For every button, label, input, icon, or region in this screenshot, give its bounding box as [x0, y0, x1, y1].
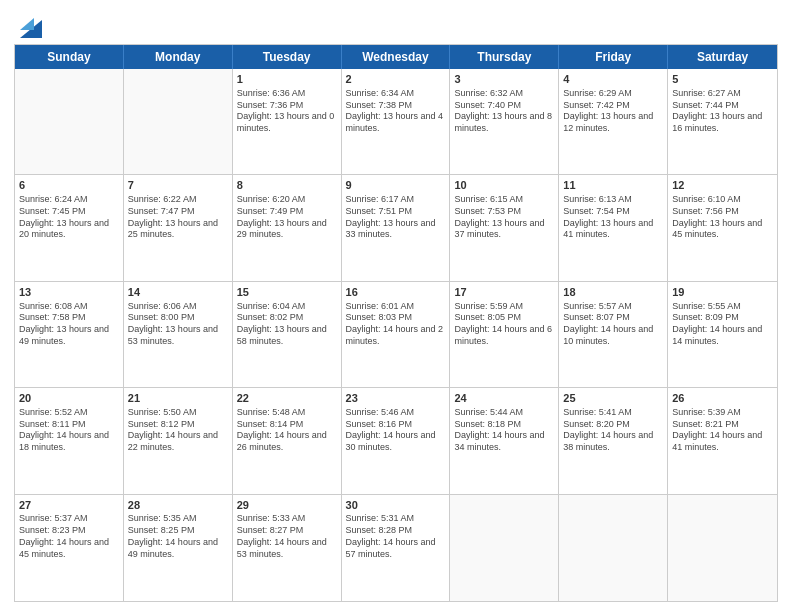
cell-info: Sunrise: 5:31 AM Sunset: 8:28 PM Dayligh… — [346, 513, 446, 560]
cell-info: Sunrise: 5:33 AM Sunset: 8:27 PM Dayligh… — [237, 513, 337, 560]
week-row-2: 6Sunrise: 6:24 AM Sunset: 7:45 PM Daylig… — [15, 175, 777, 281]
cell-info: Sunrise: 5:55 AM Sunset: 8:09 PM Dayligh… — [672, 301, 773, 348]
cal-cell — [124, 69, 233, 174]
cell-info: Sunrise: 6:17 AM Sunset: 7:51 PM Dayligh… — [346, 194, 446, 241]
day-number: 13 — [19, 285, 119, 300]
cell-info: Sunrise: 6:10 AM Sunset: 7:56 PM Dayligh… — [672, 194, 773, 241]
cell-info: Sunrise: 6:20 AM Sunset: 7:49 PM Dayligh… — [237, 194, 337, 241]
day-number: 20 — [19, 391, 119, 406]
day-number: 28 — [128, 498, 228, 513]
header-day-wednesday: Wednesday — [342, 45, 451, 69]
cell-info: Sunrise: 6:22 AM Sunset: 7:47 PM Dayligh… — [128, 194, 228, 241]
day-number: 26 — [672, 391, 773, 406]
cell-info: Sunrise: 6:15 AM Sunset: 7:53 PM Dayligh… — [454, 194, 554, 241]
day-number: 18 — [563, 285, 663, 300]
day-number: 8 — [237, 178, 337, 193]
cell-info: Sunrise: 5:59 AM Sunset: 8:05 PM Dayligh… — [454, 301, 554, 348]
week-row-5: 27Sunrise: 5:37 AM Sunset: 8:23 PM Dayli… — [15, 495, 777, 601]
day-number: 12 — [672, 178, 773, 193]
cal-cell — [668, 495, 777, 601]
cal-cell: 7Sunrise: 6:22 AM Sunset: 7:47 PM Daylig… — [124, 175, 233, 280]
day-number: 3 — [454, 72, 554, 87]
day-number: 17 — [454, 285, 554, 300]
header-day-thursday: Thursday — [450, 45, 559, 69]
day-number: 19 — [672, 285, 773, 300]
cell-info: Sunrise: 5:52 AM Sunset: 8:11 PM Dayligh… — [19, 407, 119, 454]
day-number: 2 — [346, 72, 446, 87]
cal-cell: 1Sunrise: 6:36 AM Sunset: 7:36 PM Daylig… — [233, 69, 342, 174]
day-number: 30 — [346, 498, 446, 513]
cell-info: Sunrise: 6:13 AM Sunset: 7:54 PM Dayligh… — [563, 194, 663, 241]
cal-cell: 18Sunrise: 5:57 AM Sunset: 8:07 PM Dayli… — [559, 282, 668, 387]
cell-info: Sunrise: 5:44 AM Sunset: 8:18 PM Dayligh… — [454, 407, 554, 454]
cal-cell: 29Sunrise: 5:33 AM Sunset: 8:27 PM Dayli… — [233, 495, 342, 601]
cal-cell: 3Sunrise: 6:32 AM Sunset: 7:40 PM Daylig… — [450, 69, 559, 174]
cal-cell: 27Sunrise: 5:37 AM Sunset: 8:23 PM Dayli… — [15, 495, 124, 601]
day-number: 16 — [346, 285, 446, 300]
calendar-header: SundayMondayTuesdayWednesdayThursdayFrid… — [15, 45, 777, 69]
cal-cell: 9Sunrise: 6:17 AM Sunset: 7:51 PM Daylig… — [342, 175, 451, 280]
cal-cell: 15Sunrise: 6:04 AM Sunset: 8:02 PM Dayli… — [233, 282, 342, 387]
cell-info: Sunrise: 5:50 AM Sunset: 8:12 PM Dayligh… — [128, 407, 228, 454]
cell-info: Sunrise: 6:24 AM Sunset: 7:45 PM Dayligh… — [19, 194, 119, 241]
cal-cell: 6Sunrise: 6:24 AM Sunset: 7:45 PM Daylig… — [15, 175, 124, 280]
day-number: 27 — [19, 498, 119, 513]
cal-cell: 8Sunrise: 6:20 AM Sunset: 7:49 PM Daylig… — [233, 175, 342, 280]
day-number: 4 — [563, 72, 663, 87]
week-row-4: 20Sunrise: 5:52 AM Sunset: 8:11 PM Dayli… — [15, 388, 777, 494]
cell-info: Sunrise: 6:32 AM Sunset: 7:40 PM Dayligh… — [454, 88, 554, 135]
week-row-3: 13Sunrise: 6:08 AM Sunset: 7:58 PM Dayli… — [15, 282, 777, 388]
cal-cell: 4Sunrise: 6:29 AM Sunset: 7:42 PM Daylig… — [559, 69, 668, 174]
cal-cell: 12Sunrise: 6:10 AM Sunset: 7:56 PM Dayli… — [668, 175, 777, 280]
header-day-saturday: Saturday — [668, 45, 777, 69]
cal-cell: 22Sunrise: 5:48 AM Sunset: 8:14 PM Dayli… — [233, 388, 342, 493]
cal-cell: 17Sunrise: 5:59 AM Sunset: 8:05 PM Dayli… — [450, 282, 559, 387]
day-number: 11 — [563, 178, 663, 193]
cal-cell: 10Sunrise: 6:15 AM Sunset: 7:53 PM Dayli… — [450, 175, 559, 280]
day-number: 24 — [454, 391, 554, 406]
day-number: 7 — [128, 178, 228, 193]
header-day-monday: Monday — [124, 45, 233, 69]
cell-info: Sunrise: 6:04 AM Sunset: 8:02 PM Dayligh… — [237, 301, 337, 348]
day-number: 10 — [454, 178, 554, 193]
cal-cell — [15, 69, 124, 174]
day-number: 29 — [237, 498, 337, 513]
cell-info: Sunrise: 6:36 AM Sunset: 7:36 PM Dayligh… — [237, 88, 337, 135]
cal-cell — [450, 495, 559, 601]
cal-cell: 5Sunrise: 6:27 AM Sunset: 7:44 PM Daylig… — [668, 69, 777, 174]
cell-info: Sunrise: 6:06 AM Sunset: 8:00 PM Dayligh… — [128, 301, 228, 348]
calendar-body: 1Sunrise: 6:36 AM Sunset: 7:36 PM Daylig… — [15, 69, 777, 601]
cell-info: Sunrise: 5:57 AM Sunset: 8:07 PM Dayligh… — [563, 301, 663, 348]
cal-cell: 13Sunrise: 6:08 AM Sunset: 7:58 PM Dayli… — [15, 282, 124, 387]
cal-cell: 26Sunrise: 5:39 AM Sunset: 8:21 PM Dayli… — [668, 388, 777, 493]
cell-info: Sunrise: 5:48 AM Sunset: 8:14 PM Dayligh… — [237, 407, 337, 454]
day-number: 6 — [19, 178, 119, 193]
day-number: 5 — [672, 72, 773, 87]
day-number: 22 — [237, 391, 337, 406]
cal-cell: 23Sunrise: 5:46 AM Sunset: 8:16 PM Dayli… — [342, 388, 451, 493]
header-day-sunday: Sunday — [15, 45, 124, 69]
cal-cell: 28Sunrise: 5:35 AM Sunset: 8:25 PM Dayli… — [124, 495, 233, 601]
day-number: 1 — [237, 72, 337, 87]
cal-cell: 19Sunrise: 5:55 AM Sunset: 8:09 PM Dayli… — [668, 282, 777, 387]
cal-cell: 16Sunrise: 6:01 AM Sunset: 8:03 PM Dayli… — [342, 282, 451, 387]
cal-cell: 25Sunrise: 5:41 AM Sunset: 8:20 PM Dayli… — [559, 388, 668, 493]
day-number: 21 — [128, 391, 228, 406]
calendar: SundayMondayTuesdayWednesdayThursdayFrid… — [14, 44, 778, 602]
cell-info: Sunrise: 6:08 AM Sunset: 7:58 PM Dayligh… — [19, 301, 119, 348]
svg-marker-1 — [20, 18, 34, 30]
header — [14, 10, 778, 38]
cell-info: Sunrise: 5:35 AM Sunset: 8:25 PM Dayligh… — [128, 513, 228, 560]
page: SundayMondayTuesdayWednesdayThursdayFrid… — [0, 0, 792, 612]
cell-info: Sunrise: 6:01 AM Sunset: 8:03 PM Dayligh… — [346, 301, 446, 348]
cal-cell: 24Sunrise: 5:44 AM Sunset: 8:18 PM Dayli… — [450, 388, 559, 493]
day-number: 25 — [563, 391, 663, 406]
day-number: 9 — [346, 178, 446, 193]
cell-info: Sunrise: 5:41 AM Sunset: 8:20 PM Dayligh… — [563, 407, 663, 454]
cal-cell — [559, 495, 668, 601]
cal-cell: 2Sunrise: 6:34 AM Sunset: 7:38 PM Daylig… — [342, 69, 451, 174]
cal-cell: 30Sunrise: 5:31 AM Sunset: 8:28 PM Dayli… — [342, 495, 451, 601]
logo-icon — [20, 10, 42, 38]
cal-cell: 21Sunrise: 5:50 AM Sunset: 8:12 PM Dayli… — [124, 388, 233, 493]
week-row-1: 1Sunrise: 6:36 AM Sunset: 7:36 PM Daylig… — [15, 69, 777, 175]
